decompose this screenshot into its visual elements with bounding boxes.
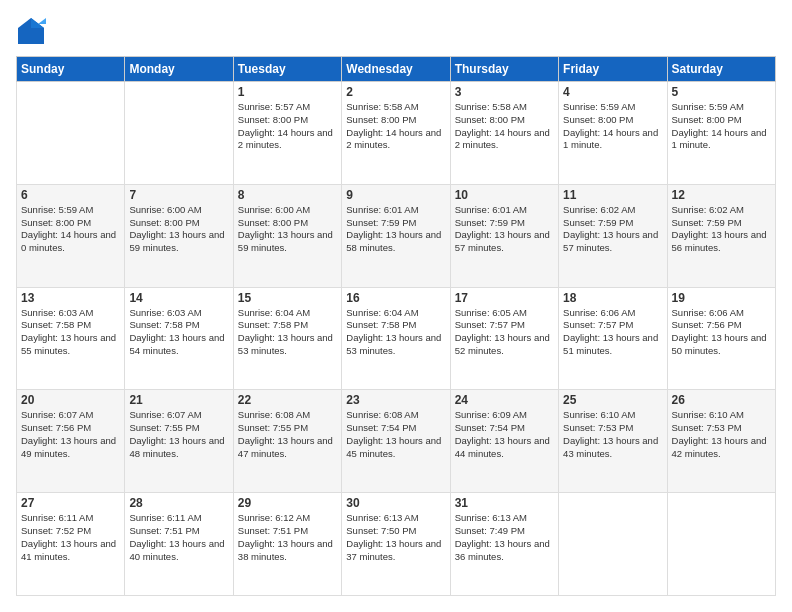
page: SundayMondayTuesdayWednesdayThursdayFrid… (0, 0, 792, 612)
calendar-cell: 25Sunrise: 6:10 AM Sunset: 7:53 PM Dayli… (559, 390, 667, 493)
day-number: 3 (455, 85, 554, 99)
day-number: 31 (455, 496, 554, 510)
calendar-cell: 14Sunrise: 6:03 AM Sunset: 7:58 PM Dayli… (125, 287, 233, 390)
cell-info: Sunrise: 5:59 AM Sunset: 8:00 PM Dayligh… (21, 204, 120, 255)
cell-info: Sunrise: 6:06 AM Sunset: 7:56 PM Dayligh… (672, 307, 771, 358)
weekday-header: Saturday (667, 57, 775, 82)
cell-info: Sunrise: 6:01 AM Sunset: 7:59 PM Dayligh… (346, 204, 445, 255)
calendar-cell: 27Sunrise: 6:11 AM Sunset: 7:52 PM Dayli… (17, 493, 125, 596)
cell-info: Sunrise: 6:10 AM Sunset: 7:53 PM Dayligh… (672, 409, 771, 460)
day-number: 11 (563, 188, 662, 202)
calendar-cell: 5Sunrise: 5:59 AM Sunset: 8:00 PM Daylig… (667, 82, 775, 185)
calendar-header-row: SundayMondayTuesdayWednesdayThursdayFrid… (17, 57, 776, 82)
cell-info: Sunrise: 6:00 AM Sunset: 8:00 PM Dayligh… (238, 204, 337, 255)
logo-icon (16, 16, 46, 46)
calendar-cell: 18Sunrise: 6:06 AM Sunset: 7:57 PM Dayli… (559, 287, 667, 390)
calendar-cell: 4Sunrise: 5:59 AM Sunset: 8:00 PM Daylig… (559, 82, 667, 185)
day-number: 19 (672, 291, 771, 305)
cell-info: Sunrise: 5:57 AM Sunset: 8:00 PM Dayligh… (238, 101, 337, 152)
day-number: 27 (21, 496, 120, 510)
day-number: 17 (455, 291, 554, 305)
calendar-cell (667, 493, 775, 596)
calendar-week-row: 13Sunrise: 6:03 AM Sunset: 7:58 PM Dayli… (17, 287, 776, 390)
day-number: 18 (563, 291, 662, 305)
calendar-cell: 29Sunrise: 6:12 AM Sunset: 7:51 PM Dayli… (233, 493, 341, 596)
calendar-cell (125, 82, 233, 185)
day-number: 4 (563, 85, 662, 99)
calendar-cell: 20Sunrise: 6:07 AM Sunset: 7:56 PM Dayli… (17, 390, 125, 493)
logo (16, 16, 50, 46)
cell-info: Sunrise: 6:08 AM Sunset: 7:54 PM Dayligh… (346, 409, 445, 460)
calendar-cell: 19Sunrise: 6:06 AM Sunset: 7:56 PM Dayli… (667, 287, 775, 390)
cell-info: Sunrise: 6:03 AM Sunset: 7:58 PM Dayligh… (129, 307, 228, 358)
day-number: 16 (346, 291, 445, 305)
day-number: 26 (672, 393, 771, 407)
cell-info: Sunrise: 5:59 AM Sunset: 8:00 PM Dayligh… (563, 101, 662, 152)
calendar-cell: 31Sunrise: 6:13 AM Sunset: 7:49 PM Dayli… (450, 493, 558, 596)
calendar-cell: 28Sunrise: 6:11 AM Sunset: 7:51 PM Dayli… (125, 493, 233, 596)
calendar-cell: 6Sunrise: 5:59 AM Sunset: 8:00 PM Daylig… (17, 184, 125, 287)
calendar-cell: 13Sunrise: 6:03 AM Sunset: 7:58 PM Dayli… (17, 287, 125, 390)
day-number: 12 (672, 188, 771, 202)
cell-info: Sunrise: 6:03 AM Sunset: 7:58 PM Dayligh… (21, 307, 120, 358)
svg-marker-2 (38, 18, 46, 24)
cell-info: Sunrise: 6:11 AM Sunset: 7:52 PM Dayligh… (21, 512, 120, 563)
day-number: 20 (21, 393, 120, 407)
calendar-cell: 30Sunrise: 6:13 AM Sunset: 7:50 PM Dayli… (342, 493, 450, 596)
cell-info: Sunrise: 6:09 AM Sunset: 7:54 PM Dayligh… (455, 409, 554, 460)
calendar-cell: 10Sunrise: 6:01 AM Sunset: 7:59 PM Dayli… (450, 184, 558, 287)
cell-info: Sunrise: 6:13 AM Sunset: 7:50 PM Dayligh… (346, 512, 445, 563)
calendar-cell: 26Sunrise: 6:10 AM Sunset: 7:53 PM Dayli… (667, 390, 775, 493)
cell-info: Sunrise: 6:07 AM Sunset: 7:56 PM Dayligh… (21, 409, 120, 460)
calendar-cell: 3Sunrise: 5:58 AM Sunset: 8:00 PM Daylig… (450, 82, 558, 185)
day-number: 5 (672, 85, 771, 99)
cell-info: Sunrise: 6:12 AM Sunset: 7:51 PM Dayligh… (238, 512, 337, 563)
day-number: 10 (455, 188, 554, 202)
calendar-cell: 12Sunrise: 6:02 AM Sunset: 7:59 PM Dayli… (667, 184, 775, 287)
cell-info: Sunrise: 5:59 AM Sunset: 8:00 PM Dayligh… (672, 101, 771, 152)
weekday-header: Thursday (450, 57, 558, 82)
calendar-week-row: 27Sunrise: 6:11 AM Sunset: 7:52 PM Dayli… (17, 493, 776, 596)
header (16, 16, 776, 46)
day-number: 30 (346, 496, 445, 510)
day-number: 15 (238, 291, 337, 305)
day-number: 24 (455, 393, 554, 407)
day-number: 21 (129, 393, 228, 407)
cell-info: Sunrise: 6:07 AM Sunset: 7:55 PM Dayligh… (129, 409, 228, 460)
day-number: 13 (21, 291, 120, 305)
calendar-cell: 1Sunrise: 5:57 AM Sunset: 8:00 PM Daylig… (233, 82, 341, 185)
day-number: 2 (346, 85, 445, 99)
day-number: 22 (238, 393, 337, 407)
day-number: 8 (238, 188, 337, 202)
weekday-header: Sunday (17, 57, 125, 82)
cell-info: Sunrise: 6:02 AM Sunset: 7:59 PM Dayligh… (672, 204, 771, 255)
cell-info: Sunrise: 6:00 AM Sunset: 8:00 PM Dayligh… (129, 204, 228, 255)
cell-info: Sunrise: 6:01 AM Sunset: 7:59 PM Dayligh… (455, 204, 554, 255)
cell-info: Sunrise: 6:04 AM Sunset: 7:58 PM Dayligh… (238, 307, 337, 358)
day-number: 28 (129, 496, 228, 510)
day-number: 14 (129, 291, 228, 305)
calendar-cell: 7Sunrise: 6:00 AM Sunset: 8:00 PM Daylig… (125, 184, 233, 287)
calendar-table: SundayMondayTuesdayWednesdayThursdayFrid… (16, 56, 776, 596)
calendar-cell: 17Sunrise: 6:05 AM Sunset: 7:57 PM Dayli… (450, 287, 558, 390)
day-number: 9 (346, 188, 445, 202)
cell-info: Sunrise: 6:11 AM Sunset: 7:51 PM Dayligh… (129, 512, 228, 563)
calendar-week-row: 6Sunrise: 5:59 AM Sunset: 8:00 PM Daylig… (17, 184, 776, 287)
cell-info: Sunrise: 6:04 AM Sunset: 7:58 PM Dayligh… (346, 307, 445, 358)
weekday-header: Wednesday (342, 57, 450, 82)
calendar-cell: 15Sunrise: 6:04 AM Sunset: 7:58 PM Dayli… (233, 287, 341, 390)
calendar-cell: 8Sunrise: 6:00 AM Sunset: 8:00 PM Daylig… (233, 184, 341, 287)
day-number: 25 (563, 393, 662, 407)
calendar-cell: 9Sunrise: 6:01 AM Sunset: 7:59 PM Daylig… (342, 184, 450, 287)
cell-info: Sunrise: 6:02 AM Sunset: 7:59 PM Dayligh… (563, 204, 662, 255)
calendar-cell: 2Sunrise: 5:58 AM Sunset: 8:00 PM Daylig… (342, 82, 450, 185)
cell-info: Sunrise: 5:58 AM Sunset: 8:00 PM Dayligh… (455, 101, 554, 152)
calendar-cell: 21Sunrise: 6:07 AM Sunset: 7:55 PM Dayli… (125, 390, 233, 493)
calendar-cell: 22Sunrise: 6:08 AM Sunset: 7:55 PM Dayli… (233, 390, 341, 493)
calendar-week-row: 1Sunrise: 5:57 AM Sunset: 8:00 PM Daylig… (17, 82, 776, 185)
day-number: 23 (346, 393, 445, 407)
calendar-cell (559, 493, 667, 596)
calendar-cell: 23Sunrise: 6:08 AM Sunset: 7:54 PM Dayli… (342, 390, 450, 493)
cell-info: Sunrise: 6:05 AM Sunset: 7:57 PM Dayligh… (455, 307, 554, 358)
calendar-cell: 24Sunrise: 6:09 AM Sunset: 7:54 PM Dayli… (450, 390, 558, 493)
